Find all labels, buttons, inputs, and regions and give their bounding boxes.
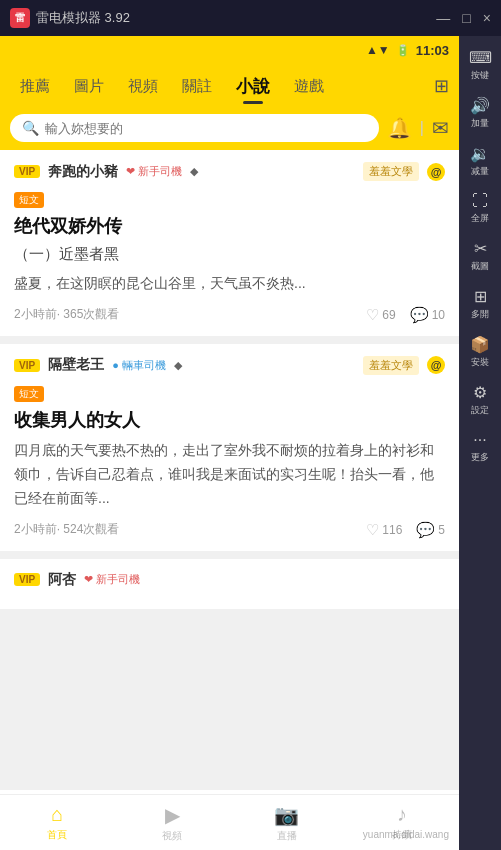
music-icon: ♪ [397, 803, 407, 826]
card-header-1: VIP 奔跑的小豬 ❤ 新手司機 ◆ 羞羞文學 @ [14, 162, 445, 181]
story-subtitle-1: （一）近墨者黑 [14, 245, 445, 264]
bottom-nav: ⌂ 首頁 ▶ 視頻 📷 直播 ♪ 持續 [0, 794, 459, 850]
live-label: 直播 [277, 829, 297, 843]
tab-recommend[interactable]: 推薦 [10, 71, 60, 102]
search-icon: 🔍 [22, 120, 39, 136]
vip-badge-3: VIP [14, 573, 40, 586]
author-name-2: 隔壁老王 [48, 356, 104, 374]
install-button[interactable]: 📦 安裝 [461, 331, 499, 373]
app-header: 推薦 圖片 視頻 關註 小說 遊戲 ⊞ [0, 64, 459, 108]
keyboard-icon: ⌨ [469, 48, 492, 67]
like-count-1: 69 [382, 308, 395, 322]
comment-icon-2: 💬 [416, 521, 435, 539]
home-label: 首頁 [47, 828, 67, 842]
tab-follow[interactable]: 關註 [172, 71, 222, 102]
divider: | [420, 119, 424, 137]
heart-action-icon: ♡ [366, 306, 379, 324]
bottom-nav-video[interactable]: ▶ 視頻 [115, 799, 230, 847]
scissors-icon: ✂ [474, 239, 487, 258]
comment-count-1: 10 [432, 308, 445, 322]
video-label: 視頻 [162, 829, 182, 843]
search-input[interactable] [45, 121, 367, 136]
home-icon: ⌂ [51, 803, 63, 826]
category-tag-2: 羞羞文學 [363, 356, 419, 375]
volume-down-icon: 🔉 [470, 144, 490, 163]
story-feed: VIP 奔跑的小豬 ❤ 新手司機 ◆ 羞羞文學 @ 短文 绝代双娇外传 （一）近… [0, 150, 459, 790]
emulator-logo: 雷 [10, 8, 30, 28]
diamond-icon-2: ◆ [174, 359, 182, 372]
at-icon-1[interactable]: @ [427, 163, 445, 181]
author-name-3: 阿杏 [48, 571, 76, 589]
tab-novel[interactable]: 小說 [226, 69, 280, 104]
bottom-nav-home[interactable]: ⌂ 首頁 [0, 799, 115, 846]
emulator-title: 雷电模拟器 3.92 [36, 9, 436, 27]
watermark: yuanma.didai.wang [363, 829, 449, 840]
card-footer-1: 2小時前· 365次觀看 ♡ 69 💬 10 [14, 306, 445, 324]
status-bar: ▲▼ 🔋 11:03 [0, 36, 459, 64]
volume-up-button[interactable]: 🔊 加量 [461, 92, 499, 134]
nav-extra: ⊞ [434, 75, 449, 97]
like-button-2[interactable]: ♡ 116 [366, 521, 402, 539]
close-button[interactable]: × [483, 10, 491, 26]
short-badge-2: 短文 [14, 386, 44, 402]
card-header-3: VIP 阿杏 ❤ 新手司機 [14, 571, 445, 589]
heart-action-icon-2: ♡ [366, 521, 379, 539]
vip-badge: VIP [14, 165, 40, 178]
video-icon: ▶ [165, 803, 180, 827]
settings-button[interactable]: ⚙ 設定 [461, 379, 499, 421]
tab-video[interactable]: 視頻 [118, 71, 168, 102]
search-input-wrap[interactable]: 🔍 [10, 114, 379, 142]
screenshot-button[interactable]: ✂ 截圖 [461, 235, 499, 277]
window-controls[interactable]: — □ × [436, 10, 491, 26]
short-badge-1: 短文 [14, 192, 44, 208]
footer-meta-2: 2小時前· 524次觀看 [14, 521, 366, 538]
category-tag-1: 羞羞文學 [363, 162, 419, 181]
comment-icon-1: 💬 [410, 306, 429, 324]
card-header-2: VIP 隔壁老王 ● 輛車司機 ◆ 羞羞文學 @ [14, 356, 445, 375]
heart-icon-3: ❤ [84, 573, 93, 586]
footer-actions-2: ♡ 116 💬 5 [366, 521, 445, 539]
clock: 11:03 [416, 43, 449, 58]
volume-down-button[interactable]: 🔉 减量 [461, 140, 499, 182]
grid-icon[interactable]: ⊞ [434, 75, 449, 97]
story-excerpt-1: 盛夏，在这阴瞑的昆仑山谷里，天气虽不炎热... [14, 272, 445, 296]
bottom-nav-live[interactable]: 📷 直播 [230, 799, 345, 847]
like-button-1[interactable]: ♡ 69 [366, 306, 395, 324]
keyboard-button[interactable]: ⌨ 按键 [461, 44, 499, 86]
at-icon-2[interactable]: @ [427, 356, 445, 374]
maximize-button[interactable]: □ [462, 10, 470, 26]
notification-icon[interactable]: 🔔 [387, 116, 412, 140]
story-card-2: VIP 隔壁老王 ● 輛車司機 ◆ 羞羞文學 @ 短文 收集男人的女人 四月底的… [0, 344, 459, 551]
message-icon[interactable]: ✉ [432, 116, 449, 140]
nav-tabs: 推薦 圖片 視頻 關註 小說 遊戲 ⊞ [10, 64, 449, 108]
author-tag-2: ● 輛車司機 [112, 358, 166, 373]
live-icon: 📷 [274, 803, 299, 827]
header-icons: 🔔 | ✉ [387, 116, 449, 140]
story-card-3: VIP 阿杏 ❤ 新手司機 [0, 559, 459, 609]
more-button[interactable]: ··· 更多 [461, 427, 499, 468]
story-card: VIP 奔跑的小豬 ❤ 新手司機 ◆ 羞羞文學 @ 短文 绝代双娇外传 （一）近… [0, 150, 459, 336]
fullscreen-button[interactable]: ⛶ 全屏 [461, 188, 499, 229]
vip-badge-2: VIP [14, 359, 40, 372]
story-title-2[interactable]: 收集男人的女人 [14, 408, 445, 433]
fullscreen-icon: ⛶ [472, 192, 488, 210]
emulator-topbar: 雷 雷电模拟器 3.92 — □ × [0, 0, 501, 36]
tab-images[interactable]: 圖片 [64, 71, 114, 102]
diamond-icon-1: ◆ [190, 165, 198, 178]
grid-plus-icon: ⊞ [474, 287, 487, 306]
author-tag-1: ❤ 新手司機 [126, 164, 182, 179]
minimize-button[interactable]: — [436, 10, 450, 26]
more-icon: ··· [473, 431, 486, 449]
phone-content: ▲▼ 🔋 11:03 推薦 圖片 視頻 關註 小說 遊戲 ⊞ 🔍 🔔 | ✉ [0, 36, 459, 850]
multi-open-button[interactable]: ⊞ 多開 [461, 283, 499, 325]
story-excerpt-2: 四月底的天气要热不热的，走出了室外我不耐烦的拉着身上的衬衫和领巾，告诉自己忍着点… [14, 439, 445, 510]
story-title-1[interactable]: 绝代双娇外传 [14, 214, 445, 239]
footer-meta-1: 2小時前· 365次觀看 [14, 306, 366, 323]
author-name-1: 奔跑的小豬 [48, 163, 118, 181]
comment-button-2[interactable]: 💬 5 [416, 521, 445, 539]
tab-games[interactable]: 遊戲 [284, 71, 334, 102]
blue-check-icon: ● [112, 359, 119, 371]
emulator-right-sidebar: ⌨ 按键 🔊 加量 🔉 减量 ⛶ 全屏 ✂ 截圖 ⊞ 多開 📦 安裝 ⚙ 設定 … [459, 36, 501, 850]
gear-icon: ⚙ [473, 383, 487, 402]
comment-button-1[interactable]: 💬 10 [410, 306, 445, 324]
